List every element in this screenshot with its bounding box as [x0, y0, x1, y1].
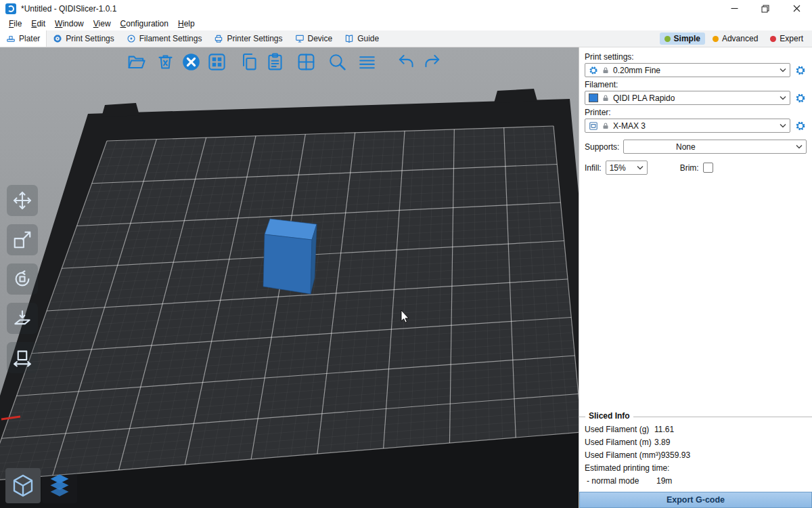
- paste-button[interactable]: [264, 51, 286, 72]
- tab-print-settings[interactable]: Print Settings: [47, 30, 120, 47]
- split-button[interactable]: [295, 51, 317, 72]
- titlebar: *Untitled - QIDISlicer-1.0.1: [0, 0, 812, 17]
- rotate-gizmo-button[interactable]: [7, 263, 38, 295]
- sliced-info-row: Used Filament (g) 11.61: [585, 423, 807, 436]
- search-button[interactable]: [326, 51, 348, 72]
- mode-advanced[interactable]: Advanced: [708, 33, 763, 45]
- filament-color-swatch: [589, 93, 598, 102]
- tabbar: Plater Print Settings Filament Settings …: [0, 30, 812, 47]
- lock-icon: [602, 94, 610, 102]
- brim-checkbox[interactable]: [703, 163, 713, 173]
- cut-gizmo-button[interactable]: [7, 342, 38, 373]
- gear-icon: [53, 34, 62, 43]
- menu-window[interactable]: Window: [50, 18, 89, 30]
- qidislicer-window: *Untitled - QIDISlicer-1.0.1 File Edit W…: [0, 0, 812, 508]
- sliced-info-row: Used Filament (mm³) 9359.93: [585, 449, 807, 462]
- menu-edit[interactable]: Edit: [26, 18, 50, 30]
- plate-clip-right: [494, 89, 537, 103]
- book-icon: [344, 34, 354, 43]
- tab-printer-settings[interactable]: Printer Settings: [208, 30, 288, 47]
- chevron-down-icon: [780, 123, 786, 128]
- infill-combo[interactable]: 15%: [606, 161, 648, 175]
- print-settings-gear-button[interactable]: [794, 64, 807, 77]
- main-area: Print settings: 0.20mm Fine Filament:: [0, 47, 812, 508]
- printer-gear-button[interactable]: [794, 120, 807, 132]
- rotate-icon: [12, 269, 32, 289]
- advanced-mode-dot-icon: [713, 36, 719, 42]
- scale-gizmo-button[interactable]: [7, 224, 38, 255]
- menubar: File Edit Window View Configuration Help: [0, 17, 812, 30]
- sliced-info-row: - normal mode 19m: [585, 475, 807, 488]
- view-switcher: [5, 468, 77, 503]
- filament-spool-icon: [127, 34, 136, 43]
- printer-label: Printer:: [585, 108, 807, 117]
- gizmo-toolbar: [7, 185, 38, 381]
- lock-icon: [602, 122, 610, 130]
- arrange-button[interactable]: [206, 51, 227, 72]
- menu-help[interactable]: Help: [173, 18, 200, 30]
- move-gizmo-button[interactable]: [7, 185, 38, 216]
- lock-icon: [602, 66, 610, 75]
- tab-guide[interactable]: Guide: [338, 30, 385, 47]
- print-settings-combo[interactable]: 0.20mm Fine: [585, 63, 790, 77]
- print-settings-label: Print settings:: [585, 52, 807, 62]
- close-button[interactable]: [781, 0, 812, 17]
- supports-label: Supports:: [585, 142, 619, 152]
- sliced-info-group: Sliced Info Used Filament (g) 11.61 Used…: [579, 417, 812, 492]
- window-controls: [719, 0, 812, 17]
- supports-combo[interactable]: None: [623, 140, 807, 154]
- menu-configuration[interactable]: Configuration: [116, 18, 173, 30]
- plater-toolbar: [125, 49, 443, 74]
- chevron-down-icon: [796, 144, 803, 149]
- copy-button[interactable]: [238, 51, 260, 72]
- export-gcode-button[interactable]: Export G-code: [579, 492, 812, 508]
- move-icon: [12, 190, 32, 211]
- filament-label: Filament:: [585, 80, 807, 89]
- scale-icon: [12, 230, 32, 250]
- delete-all-button[interactable]: [180, 51, 202, 72]
- mode-simple[interactable]: Simple: [660, 33, 705, 45]
- mode-expert[interactable]: Expert: [765, 33, 808, 45]
- simple-mode-dot-icon: [664, 36, 671, 42]
- 3d-editor-view-button[interactable]: [5, 468, 41, 503]
- tab-plater[interactable]: Plater: [0, 30, 47, 47]
- brim-label: Brim:: [680, 163, 699, 173]
- app-logo-icon: [5, 3, 16, 14]
- undo-button[interactable]: [395, 51, 417, 72]
- menu-view[interactable]: View: [89, 18, 116, 30]
- printer-icon: [589, 121, 598, 131]
- expert-mode-dot-icon: [770, 36, 776, 42]
- cut-icon: [12, 347, 32, 368]
- open-button[interactable]: [125, 51, 147, 72]
- filament-combo[interactable]: QIDI PLA Rapido: [585, 91, 790, 105]
- scene-canvas[interactable]: [0, 47, 579, 508]
- tab-device[interactable]: Device: [289, 30, 339, 47]
- sliced-info-row: Estimated printing time:: [585, 462, 807, 475]
- layers-icon: [47, 473, 72, 499]
- place-on-face-gizmo-button[interactable]: [7, 303, 38, 334]
- sliced-info-title: Sliced Info: [585, 411, 633, 421]
- variable-layer-height-button[interactable]: [356, 51, 378, 72]
- filament-gear-button[interactable]: [794, 92, 807, 104]
- printer-icon: [214, 34, 223, 43]
- maximize-button[interactable]: [750, 0, 781, 17]
- infill-label: Infill:: [585, 163, 602, 173]
- tab-filament-settings[interactable]: Filament Settings: [120, 30, 208, 47]
- mode-switcher: Simple Advanced Expert: [660, 30, 812, 47]
- redo-button[interactable]: [421, 51, 443, 72]
- chevron-down-icon: [780, 68, 786, 72]
- chevron-down-icon: [637, 165, 644, 170]
- menu-file[interactable]: File: [4, 18, 26, 30]
- minimize-button[interactable]: [719, 0, 750, 17]
- plater-icon: [6, 34, 16, 43]
- model-cube[interactable]: [263, 219, 317, 294]
- viewport-3d[interactable]: [0, 47, 579, 508]
- settings-sidebar: Print settings: 0.20mm Fine Filament:: [579, 47, 812, 508]
- place-on-face-icon: [12, 308, 32, 329]
- gear-icon: [589, 66, 598, 75]
- sliced-preview-view-button[interactable]: [42, 468, 77, 503]
- printer-combo[interactable]: X-MAX 3: [585, 119, 790, 133]
- chevron-down-icon: [780, 96, 786, 100]
- delete-button[interactable]: [154, 51, 176, 72]
- plate-clip-left: [102, 103, 139, 117]
